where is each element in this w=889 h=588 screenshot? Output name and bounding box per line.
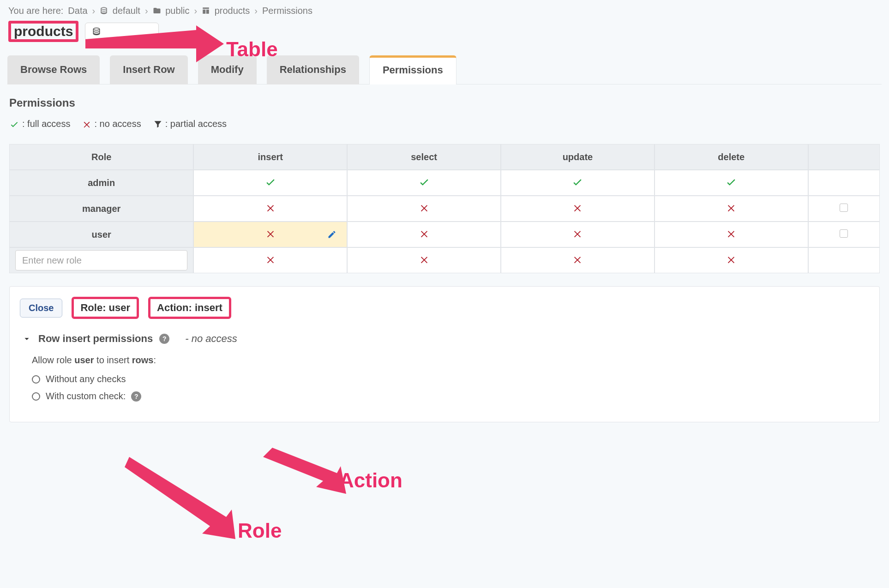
cell-admin-select[interactable]	[347, 170, 501, 196]
option-label: Without any checks	[46, 374, 126, 384]
tabs: Browse Rows Insert Row Modify Relationsh…	[7, 55, 882, 84]
cross-icon	[726, 203, 736, 213]
annotation-action: Action	[339, 469, 402, 492]
title-row: products	[8, 21, 883, 42]
cell-new-bulk	[808, 247, 880, 273]
chevron-right-icon: ›	[92, 6, 96, 16]
database-icon	[100, 6, 108, 15]
permissions-table: Role insert select update delete admin m…	[9, 144, 880, 273]
cross-icon	[265, 203, 276, 213]
col-insert: insert	[193, 144, 347, 170]
help-icon[interactable]: ?	[159, 334, 169, 344]
cross-icon	[572, 203, 583, 213]
allow-obj: rows	[132, 355, 154, 365]
cell-admin-update[interactable]	[501, 170, 655, 196]
col-role: Role	[9, 144, 193, 170]
check-icon	[418, 176, 430, 188]
arrow-icon	[125, 457, 245, 540]
cell-user-select[interactable]	[347, 222, 501, 247]
cell-manager-select[interactable]	[347, 196, 501, 222]
role-user: user	[9, 222, 193, 247]
tab-permissions[interactable]: Permissions	[369, 55, 457, 84]
cell-new-insert[interactable]	[193, 247, 347, 273]
cross-icon	[419, 203, 429, 213]
cell-user-bulk[interactable]	[808, 222, 880, 247]
role-admin: admin	[9, 170, 193, 196]
subhead-title: Row insert permissions	[38, 333, 153, 345]
chevron-right-icon: ›	[145, 6, 148, 16]
svg-marker-2	[125, 457, 235, 539]
tab-modify[interactable]: Modify	[198, 55, 257, 84]
arrow-icon	[263, 448, 346, 494]
radio[interactable]	[32, 375, 40, 384]
caret-down-icon	[22, 334, 32, 344]
col-delete: delete	[655, 144, 808, 170]
cell-manager-update[interactable]	[501, 196, 655, 222]
breadcrumb-db-label: default	[113, 6, 140, 16]
cell-admin-bulk	[808, 170, 880, 196]
checkbox[interactable]	[840, 204, 848, 212]
cell-admin-insert[interactable]	[193, 170, 347, 196]
cross-icon	[265, 254, 276, 264]
option-custom-check[interactable]: With custom check: ?	[32, 391, 869, 402]
check-icon	[9, 119, 19, 129]
cross-icon	[726, 228, 736, 239]
table-row: manager	[9, 196, 880, 222]
cell-manager-delete[interactable]	[655, 196, 808, 222]
check-icon	[264, 176, 276, 188]
col-update: update	[501, 144, 655, 170]
chevron-right-icon: ›	[254, 6, 258, 16]
check-icon	[725, 176, 737, 188]
editor-subhead[interactable]: Row insert permissions ? - no access	[22, 333, 867, 345]
cell-user-insert[interactable]	[193, 222, 347, 247]
breadcrumb: You are here: Data › default › public › …	[8, 6, 883, 16]
cell-admin-delete[interactable]	[655, 170, 808, 196]
new-role-input[interactable]	[15, 250, 188, 270]
table-new-role-row	[9, 247, 880, 273]
cross-icon	[265, 228, 276, 239]
cell-new-select[interactable]	[347, 247, 501, 273]
cell-manager-insert[interactable]	[193, 196, 347, 222]
title-dropdown[interactable]	[85, 23, 159, 40]
section-title: Permissions	[9, 96, 880, 109]
cell-user-delete[interactable]	[655, 222, 808, 247]
cell-new-update[interactable]	[501, 247, 655, 273]
table-header-row: Role insert select update delete	[9, 144, 880, 170]
pencil-icon[interactable]	[327, 230, 336, 239]
tab-relationships[interactable]: Relationships	[267, 55, 359, 84]
breadcrumb-prefix: You are here:	[8, 6, 63, 16]
legend-full: : full access	[22, 119, 70, 129]
radio[interactable]	[32, 392, 40, 401]
breadcrumb-data[interactable]: Data	[68, 6, 87, 16]
help-icon[interactable]: ?	[131, 391, 141, 402]
option-label: With custom check:	[46, 391, 126, 402]
page-title: products	[8, 21, 78, 42]
legend-none: : no access	[94, 119, 141, 129]
breadcrumb-table[interactable]: products	[202, 6, 250, 16]
breadcrumb-schema[interactable]: public	[153, 6, 190, 16]
check-icon	[571, 176, 583, 188]
table-row: user	[9, 222, 880, 247]
breadcrumb-table-label: products	[215, 6, 250, 16]
chevron-right-icon: ›	[194, 6, 197, 16]
close-button[interactable]: Close	[20, 299, 62, 318]
svg-marker-1	[263, 448, 346, 494]
allow-prefix: Allow role	[32, 355, 74, 365]
table-icon	[202, 6, 210, 15]
cell-new-delete[interactable]	[655, 247, 808, 273]
legend: : full access : no access : partial acce…	[9, 119, 880, 129]
checkbox[interactable]	[840, 229, 848, 238]
allow-line: Allow role user to insert rows:	[32, 355, 869, 366]
tab-browse-rows[interactable]: Browse Rows	[7, 55, 100, 84]
page-title-text: products	[14, 24, 73, 39]
cell-manager-bulk[interactable]	[808, 196, 880, 222]
breadcrumb-db[interactable]: default	[100, 6, 140, 16]
permission-editor: Close Role: user Action: insert Row inse…	[9, 286, 880, 422]
tab-insert-row[interactable]: Insert Row	[110, 55, 187, 84]
cell-user-update[interactable]	[501, 222, 655, 247]
annotation-role: Role	[238, 519, 282, 542]
role-manager: manager	[9, 196, 193, 222]
breadcrumb-schema-label: public	[165, 6, 189, 16]
role-badge: Role: user	[72, 297, 139, 319]
option-no-check[interactable]: Without any checks	[32, 374, 869, 384]
